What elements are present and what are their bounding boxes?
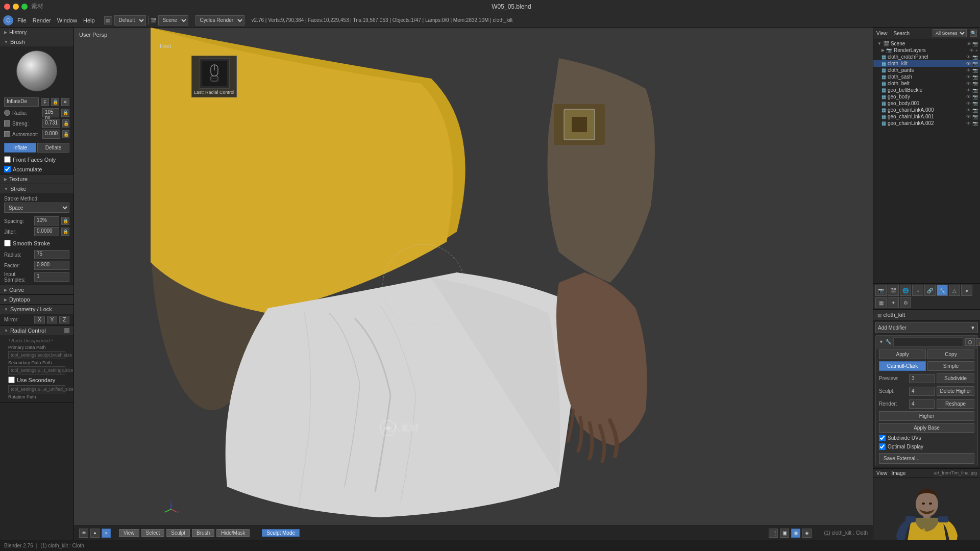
menu-window[interactable]: Window (55, 16, 79, 24)
smooth-radius-input[interactable]: 75 (34, 250, 69, 259)
cloth-belt-vis[interactable]: 👁 (966, 81, 971, 86)
props-tab-texture[interactable]: ▦ (875, 297, 887, 308)
save-external-button[interactable]: Save External... (879, 453, 974, 464)
copy-button[interactable]: Copy (927, 349, 974, 359)
brush-btn[interactable]: Brush (192, 529, 214, 537)
menu-help[interactable]: Help (81, 16, 97, 24)
thumb-view-tab[interactable]: View (876, 470, 888, 476)
close-button[interactable] (4, 4, 10, 10)
scene-filter[interactable]: All Scenes (933, 29, 967, 37)
geo-body-render[interactable]: 📷 (972, 94, 978, 99)
sculpt-value[interactable]: 4 (909, 387, 935, 396)
geo-chainlink001-vis[interactable]: 👁 (966, 114, 971, 119)
strength-lock-icon[interactable]: 🔒 (62, 119, 69, 128)
tree-item-geo-body001[interactable]: ▦ geo_body.001 👁 📷 (873, 100, 980, 107)
props-tab-particles[interactable]: ✦ (888, 297, 899, 308)
props-tab-constraints[interactable]: 🔗 (924, 285, 936, 296)
subdivide-button[interactable]: Subdivide (937, 373, 974, 383)
search-icon[interactable]: 🔍 (970, 30, 977, 37)
viewport-shading-2[interactable]: ▣ (780, 529, 789, 538)
view-label[interactable]: View (876, 31, 888, 36)
tree-item-geo-chainlink001[interactable]: ▦ geo_chainLinkA.001 👁 📷 (873, 113, 980, 120)
use-secondary-checkbox[interactable] (8, 377, 15, 383)
stroke-method-select[interactable]: Space (4, 203, 69, 213)
cloth-kilt-vis[interactable]: 👁 (966, 61, 971, 66)
hide-mask-btn[interactable]: Hide/Mask (216, 529, 250, 537)
viewport[interactable]: 人人素材 User Persp Feet Last: Radial Contro (74, 28, 873, 540)
front-faces-checkbox[interactable] (4, 156, 11, 163)
menu-file[interactable]: File (15, 16, 29, 24)
viewport-shading-3[interactable]: ◉ (791, 529, 800, 538)
tree-item-renderlayers[interactable]: ▶ 📷 RenderLayers 👁 + (873, 47, 980, 54)
maximize-button[interactable] (21, 4, 28, 10)
mirror-y-button[interactable]: Y (47, 316, 58, 323)
cloth-belt-render[interactable]: 📷 (972, 81, 978, 86)
cloth-pants-render[interactable]: 📷 (972, 68, 978, 73)
stroke-header[interactable]: ▼ Stroke (0, 184, 74, 193)
inflate-button[interactable]: Inflate (4, 143, 36, 153)
autosmooth-lock-icon[interactable]: 🔒 (62, 130, 69, 138)
props-tab-render[interactable]: 📷 (875, 285, 887, 296)
scene-select[interactable]: Scene (158, 15, 188, 26)
tree-item-cloth-sash[interactable]: ▦ cloth_sash 👁 📷 (873, 73, 980, 80)
primary-data-path-value[interactable]: tool_settings.sculpt.brush.size (8, 351, 65, 359)
props-tab-scene[interactable]: 🎬 (888, 285, 899, 296)
input-samples-input[interactable]: 1 (34, 272, 69, 282)
catmull-clark-button[interactable]: Catmull-Clark (879, 361, 926, 371)
geo-body001-vis[interactable]: 👁 (966, 101, 971, 106)
radial-control-header[interactable]: ▼ Radial Control (0, 326, 74, 335)
geo-beltbuckle-vis[interactable]: 👁 (966, 88, 971, 93)
spacing-input[interactable]: 10% (34, 216, 59, 226)
tree-item-cloth-pants[interactable]: ▦ cloth_pants 👁 📷 (873, 67, 980, 73)
cloth-crotch-vis[interactable]: 👁 (966, 55, 971, 60)
geo-chainlink002-render[interactable]: 📷 (972, 121, 978, 126)
geo-chainlink000-render[interactable]: 📷 (972, 108, 978, 113)
modifier-icon-btn1[interactable]: ⬡ (965, 338, 975, 346)
geo-body001-render[interactable]: 📷 (972, 101, 978, 106)
secondary-data-path-value[interactable]: tool_settings.u...t_settings.size (8, 366, 65, 374)
simple-button[interactable]: Simple (927, 361, 974, 371)
sculpt-btn[interactable]: Sculpt (166, 529, 190, 537)
cloth-sash-render[interactable]: 📷 (972, 74, 978, 80)
tool-close-icon[interactable]: ✕ (61, 98, 69, 106)
geo-beltbuckle-render[interactable]: 📷 (972, 88, 978, 93)
menu-render[interactable]: Render (31, 16, 53, 24)
secondary-value[interactable]: tool_settings.u...e_unified_size (8, 385, 65, 393)
search-label[interactable]: Search (894, 31, 910, 36)
apply-base-button[interactable]: Apply Base (879, 423, 974, 433)
curve-header[interactable]: ▶ Curve (0, 285, 74, 294)
smooth-stroke-checkbox[interactable] (4, 240, 11, 246)
add-modifier-button[interactable]: Add Modifier ▼ (875, 322, 978, 333)
props-tab-data[interactable]: △ (949, 285, 960, 296)
jitter-input[interactable]: 0.0000 (34, 227, 59, 236)
renderlayers-add[interactable]: + (975, 48, 978, 53)
dyntopo-header[interactable]: ▶ Dyntopo (0, 295, 74, 304)
brush-sphere-preview[interactable] (16, 51, 57, 91)
accumulate-checkbox[interactable] (4, 166, 11, 172)
props-tab-object[interactable]: ○ (912, 285, 923, 296)
thumb-image-tab[interactable]: Image (892, 470, 906, 476)
modifier-name-input[interactable]: Multires (893, 337, 963, 346)
modifier-expand-icon[interactable]: ▼ (879, 339, 884, 344)
tree-item-geo-chainlink002[interactable]: ▦ geo_chainLinkA.002 👁 📷 (873, 120, 980, 127)
tree-item-geo-chainlink000[interactable]: ▦ geo_chainLinkA.000 👁 📷 (873, 107, 980, 113)
sculpt-mode-select[interactable]: Sculpt Mode (262, 529, 300, 537)
strength-input[interactable]: 0.731 (42, 119, 60, 128)
texture-header[interactable]: ▶ Texture (0, 174, 74, 184)
viewport-shading-4[interactable]: ◈ (802, 529, 812, 538)
subdivide-uvs-checkbox[interactable] (879, 435, 886, 441)
engine-select[interactable]: Cycles Render (195, 15, 244, 26)
optimal-display-checkbox[interactable] (879, 443, 886, 450)
scene-vis-icon[interactable]: 👁 (967, 41, 971, 46)
cloth-kilt-render[interactable]: 📷 (972, 61, 978, 66)
brush-header[interactable]: ▼ Brush (0, 37, 74, 46)
preview-value[interactable]: 3 (909, 374, 935, 383)
mirror-x-button[interactable]: X (34, 316, 45, 323)
cloth-crotch-render[interactable]: 📷 (972, 55, 978, 60)
higher-button[interactable]: Higher (879, 411, 974, 421)
geo-chainlink002-vis[interactable]: 👁 (966, 121, 971, 126)
scene-root-item[interactable]: ▼ 🎬 Scene 👁 📷 (873, 40, 980, 47)
radius-input[interactable]: 105 px (42, 108, 59, 117)
radius-lock-icon[interactable]: 🔒 (61, 109, 69, 117)
select-btn[interactable]: Select (141, 529, 165, 537)
